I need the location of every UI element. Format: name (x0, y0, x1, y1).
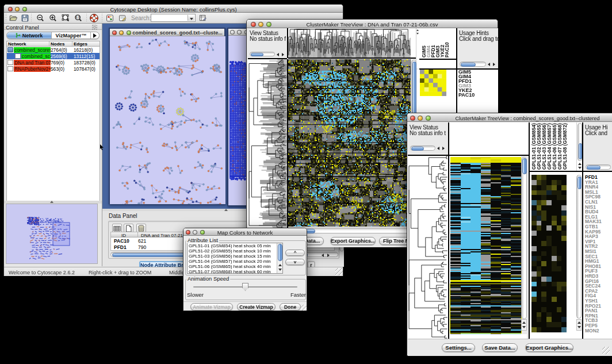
network-table-row[interactable]: RNAPuberNov2+!563(0)107847(0) (7, 66, 100, 72)
tv2-hints-scrollbar[interactable] (586, 164, 611, 170)
tv2-status-left-arrow[interactable] (437, 147, 439, 150)
tv2-hints-scroll-thumb[interactable] (587, 166, 600, 170)
attribute-list-item[interactable]: GPL51-07 (GSM868) heat shock 60 min (188, 269, 282, 274)
main-resize-grip[interactable] (335, 268, 343, 275)
tv2-minimize-button[interactable] (418, 116, 423, 121)
frame1-zoom-button[interactable] (127, 30, 131, 35)
search-dropdown-arrow[interactable] (188, 15, 194, 21)
tv2-gene-name[interactable]: PHO81 (585, 264, 601, 269)
zoom-out-icon[interactable] (36, 14, 45, 22)
tv2-heatmap-scroll-arrows[interactable] (521, 319, 527, 331)
tv2-gene-name[interactable]: MSI1 (585, 249, 596, 254)
dialog-resize-grip[interactable] (301, 305, 307, 311)
tab-network[interactable]: Network (7, 32, 52, 39)
save-session-button[interactable] (21, 14, 29, 22)
tv2-gene-name[interactable]: PEP5 (585, 323, 598, 328)
frame1-minimize-button[interactable] (119, 30, 124, 35)
node-palette-icon[interactable] (105, 14, 114, 22)
tab-vizmapper[interactable]: VizMapper™ (52, 32, 91, 39)
tv2-gene-name[interactable]: RNR4 (585, 185, 598, 190)
search-input[interactable] (151, 14, 196, 22)
move-up-button[interactable]: ^ (285, 250, 305, 256)
tv2-gene-name[interactable]: SEC1 (585, 254, 598, 259)
frame1-close-button[interactable] (112, 30, 117, 35)
id-column-header[interactable]: ID (121, 233, 126, 238)
zoom-in-icon[interactable] (48, 14, 58, 22)
frame2-close-button[interactable] (230, 30, 235, 35)
tv2-gene-name[interactable]: NTR2 (585, 244, 598, 249)
tv2-gene-name[interactable]: BUD4 (585, 209, 598, 214)
tv2-gene-name[interactable]: MAK31 (585, 219, 602, 224)
tv2-labels-vscroll-thumb[interactable] (579, 143, 582, 159)
create-vizmap-button[interactable]: Create Vizmap (237, 303, 276, 311)
hscroll-left-arrow[interactable] (322, 254, 324, 257)
tv2-titlebar[interactable]: ClusterMaker TreeView : combined_scores_… (407, 113, 612, 122)
tv2-gene-name[interactable]: YSH1 (585, 298, 598, 304)
tv2-gene-name[interactable]: SPC98 (585, 194, 600, 200)
open-session-button[interactable] (9, 14, 18, 22)
tv2-gene-list[interactable]: PFD1YRA1RNR4MSL1SPC98CLN1NIS1BUD4ELG1MAK… (583, 172, 612, 339)
tv2-gene-name[interactable]: RPO21 (585, 304, 601, 309)
attribute-list-item[interactable]: GPL51-02 (GSM855) heat shock 10 min (188, 248, 282, 254)
tv1-status-left-arrow[interactable] (277, 53, 279, 56)
float-panel-icon[interactable] (92, 25, 97, 30)
tv2-heatmap-vscroll-thumb[interactable] (522, 158, 527, 174)
tv2-genes-scroll-arrows[interactable] (576, 319, 582, 331)
tv1-status-scrollbar[interactable] (250, 52, 275, 56)
tv2-labels-vscrollbar[interactable] (576, 122, 582, 171)
tv2-save-data-button[interactable]: Save Data... (482, 343, 518, 352)
tv2-gene-name[interactable]: RPN1 (585, 313, 598, 319)
tv2-gene-name[interactable]: PFD1 (585, 175, 598, 180)
tv1-export-graphics-button[interactable]: Export Graphics... (330, 237, 376, 245)
animate-vizmap-button[interactable]: Animate Vizmap (190, 303, 233, 311)
tv2-gene-name[interactable]: ELG1 (585, 214, 598, 220)
zoom-selected-icon[interactable]: 1:1 (74, 14, 83, 22)
tv1-titlebar[interactable]: ClusterMaker TreeView : DNA and Tran 07-… (247, 20, 498, 28)
tv2-gene-name[interactable]: FIG4 (585, 293, 596, 298)
move-down-button[interactable]: v (285, 259, 305, 265)
tv2-status-scroll-thumb[interactable] (411, 147, 424, 151)
attribute-list-item[interactable]: GPL51-04 (GSM857) heat shock 20 min (188, 259, 282, 264)
tv2-gene-name[interactable]: VIP1 (585, 239, 595, 244)
tv2-resize-grip[interactable] (602, 347, 610, 354)
network-frame-1[interactable]: combined_scores_good.txt--cluste... (109, 28, 225, 204)
annotation-icon[interactable] (118, 14, 127, 22)
tv1-hints-scrollbar[interactable] (460, 62, 486, 67)
tv1-correlation-matrix[interactable] (420, 70, 446, 96)
tv1-heatmap-hscrollbar[interactable] (290, 228, 410, 233)
tabs-overflow-button[interactable] (91, 32, 99, 39)
tv2-gene-dendrogram[interactable] (408, 156, 448, 339)
tv1-heatmap[interactable] (288, 59, 411, 227)
tv1-status-right-arrow[interactable] (282, 53, 284, 56)
tv2-genes-vscroll-thumb[interactable] (577, 177, 582, 189)
tv1-hints-right-arrow[interactable] (493, 63, 495, 66)
col-network[interactable]: Network (7, 41, 49, 46)
tv2-heatmap-vscrollbar[interactable] (521, 157, 527, 319)
tv2-gene-name[interactable]: YRA1 (585, 180, 598, 185)
tv2-gene-name[interactable]: NIS1 (585, 205, 596, 210)
tv2-status-right-arrow[interactable] (442, 147, 445, 150)
tv2-gene-heatmap[interactable] (531, 175, 567, 332)
zoom-fit-icon[interactable] (61, 14, 70, 22)
attribute-list[interactable]: GPL51-01 (GSM854) heat shock 05 minGPL51… (187, 243, 283, 274)
tv2-gene-name[interactable]: PAN1 (585, 308, 598, 313)
tv2-column-labels[interactable]: GPL51-01 (GSM854)GPL51-02 (GSM855)GPL51-… (530, 122, 576, 171)
network-table-row[interactable]: combined_scores_2764(0)16218(0) (7, 47, 100, 53)
frame2-minimize-button[interactable] (237, 30, 242, 35)
tv2-status-scrollbar[interactable] (410, 145, 435, 151)
tv2-genes-vscrollbar[interactable] (576, 175, 582, 319)
network-table-row[interactable]: combined_sco2569(6)13112(15) (7, 53, 100, 59)
network-view-1[interactable] (110, 36, 225, 204)
tv2-gene-name[interactable]: GTB1 (585, 224, 598, 229)
attribute-list-item[interactable]: GPL51-03 (GSM856) heat shock 15 min (188, 254, 282, 259)
tv2-gene-name[interactable]: HRD3 (585, 274, 598, 279)
tv2-gene-name[interactable]: PUF3 (585, 269, 598, 274)
tv2-gene-name[interactable]: HMG1 (585, 259, 599, 264)
attribute-list-item[interactable]: GPL51-06 (GSM865) heat shock 40 min (188, 264, 282, 269)
done-button[interactable]: Done (280, 303, 301, 311)
tv2-selection-box[interactable] (450, 283, 522, 334)
lifesaver-icon[interactable] (89, 13, 99, 23)
main-titlebar[interactable]: Cytoscape Desktop (Session Name: collins… (4, 5, 343, 13)
tv2-close-button[interactable] (410, 116, 415, 121)
attribute-list-up-arrow[interactable] (278, 264, 282, 266)
